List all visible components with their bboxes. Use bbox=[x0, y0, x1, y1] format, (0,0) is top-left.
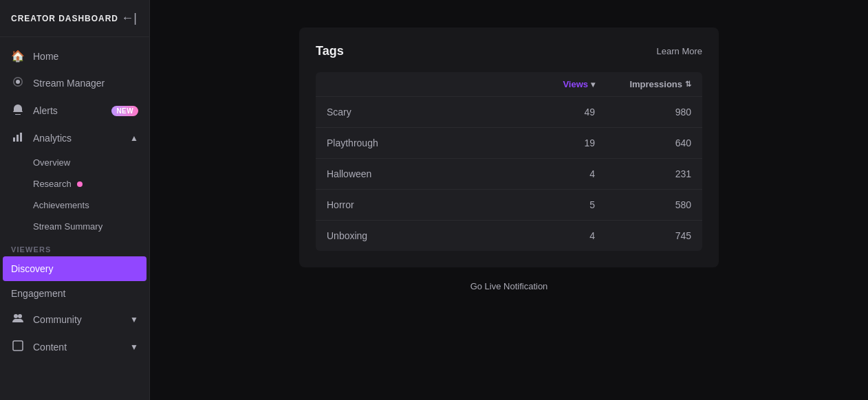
sidebar-item-content[interactable]: Content ▼ bbox=[0, 333, 149, 361]
table-header-row: Views Impressions bbox=[316, 72, 702, 97]
views-value: 4 bbox=[512, 168, 595, 179]
learn-more-link[interactable]: Learn More bbox=[657, 46, 702, 56]
engagement-label: Engagement bbox=[11, 288, 138, 299]
stream-manager-icon bbox=[11, 76, 25, 90]
svg-point-5 bbox=[18, 314, 22, 318]
sidebar-item-discovery[interactable]: Discovery bbox=[3, 256, 147, 281]
impressions-value: 980 bbox=[595, 107, 691, 118]
sidebar-item-home[interactable]: 🏠 Home bbox=[0, 43, 149, 69]
sidebar-item-engagement[interactable]: Engagement bbox=[0, 281, 149, 306]
impressions-value: 745 bbox=[595, 230, 691, 241]
content-label: Content bbox=[33, 342, 122, 353]
impressions-value: 640 bbox=[595, 137, 691, 148]
th-views[interactable]: Views bbox=[512, 79, 595, 89]
th-tag bbox=[327, 79, 512, 89]
svg-point-0 bbox=[16, 80, 20, 84]
tags-table: Views Impressions Scary 49 980 Playthrou… bbox=[316, 72, 702, 251]
research-dot bbox=[77, 181, 83, 187]
tag-name: Horror bbox=[327, 199, 512, 210]
tag-name: Scary bbox=[327, 107, 512, 118]
sidebar-nav: 🏠 Home Stream Manager Alerts NEW Analyti… bbox=[0, 37, 149, 400]
stream-summary-label: Stream Summary bbox=[33, 221, 102, 232]
sidebar-item-home-label: Home bbox=[33, 51, 138, 62]
bottom-text: Go Live Notification bbox=[470, 281, 548, 291]
main-content: Tags Learn More Views Impressions Scary … bbox=[150, 0, 868, 400]
svg-rect-6 bbox=[13, 341, 23, 351]
sidebar-item-stream-summary[interactable]: Stream Summary bbox=[0, 216, 149, 237]
sidebar-item-alerts[interactable]: Alerts NEW bbox=[0, 97, 149, 124]
table-row: Horror 5 580 bbox=[316, 190, 702, 221]
sidebar: CREATOR DASHBOARD ←| 🏠 Home Stream Manag… bbox=[0, 0, 150, 400]
alerts-icon bbox=[11, 104, 25, 118]
alerts-new-badge: NEW bbox=[111, 106, 138, 116]
sidebar-item-stream-manager-label: Stream Manager bbox=[33, 78, 138, 89]
tags-card: Tags Learn More Views Impressions Scary … bbox=[299, 27, 719, 267]
sidebar-item-stream-manager[interactable]: Stream Manager bbox=[0, 69, 149, 97]
sidebar-item-analytics[interactable]: Analytics ▲ bbox=[0, 124, 149, 152]
views-value: 5 bbox=[512, 199, 595, 210]
sidebar-item-analytics-label: Analytics bbox=[33, 133, 122, 144]
research-label: Research bbox=[33, 179, 72, 189]
sidebar-header: CREATOR DASHBOARD ←| bbox=[0, 0, 149, 37]
views-column-label: Views bbox=[563, 79, 588, 89]
analytics-sub-nav: Overview Research Achievements Stream Su… bbox=[0, 152, 149, 237]
impressions-sort-icon bbox=[685, 80, 691, 89]
community-label: Community bbox=[33, 314, 122, 325]
content-icon bbox=[11, 340, 25, 354]
sidebar-item-research[interactable]: Research bbox=[0, 173, 149, 195]
viewers-section-label: VIEWERS bbox=[0, 237, 149, 256]
sidebar-item-alerts-label: Alerts bbox=[33, 105, 103, 116]
th-impressions[interactable]: Impressions bbox=[595, 79, 691, 89]
svg-point-4 bbox=[14, 314, 18, 318]
collapse-icon: ←| bbox=[121, 11, 137, 25]
impressions-value: 580 bbox=[595, 199, 691, 210]
sidebar-item-achievements[interactable]: Achievements bbox=[0, 195, 149, 216]
community-icon bbox=[11, 313, 25, 326]
table-row: Playthrough 19 640 bbox=[316, 128, 702, 159]
overview-label: Overview bbox=[33, 157, 70, 168]
discovery-label: Discovery bbox=[11, 263, 138, 274]
table-row: Halloween 4 231 bbox=[316, 159, 702, 190]
content-arrow-icon: ▼ bbox=[130, 342, 138, 352]
analytics-icon bbox=[11, 131, 25, 145]
svg-rect-2 bbox=[17, 135, 19, 142]
tag-name: Unboxing bbox=[327, 230, 512, 241]
views-value: 4 bbox=[512, 230, 595, 241]
tag-name: Playthrough bbox=[327, 137, 512, 148]
table-row: Scary 49 980 bbox=[316, 97, 702, 128]
impressions-column-label: Impressions bbox=[629, 79, 682, 89]
impressions-value: 231 bbox=[595, 168, 691, 179]
community-arrow-icon: ▼ bbox=[130, 315, 138, 324]
sidebar-item-community[interactable]: Community ▼ bbox=[0, 306, 149, 333]
home-icon: 🏠 bbox=[11, 49, 25, 63]
achievements-label: Achievements bbox=[33, 200, 89, 210]
tag-name: Halloween bbox=[327, 168, 512, 179]
svg-rect-3 bbox=[20, 133, 22, 142]
svg-rect-1 bbox=[13, 137, 15, 142]
sidebar-item-overview[interactable]: Overview bbox=[0, 152, 149, 173]
bottom-bar: Go Live Notification bbox=[164, 281, 854, 298]
card-header: Tags Learn More bbox=[316, 44, 702, 58]
sidebar-title: CREATOR DASHBOARD bbox=[11, 14, 118, 23]
views-value: 19 bbox=[512, 137, 595, 148]
views-value: 49 bbox=[512, 107, 595, 118]
table-row: Unboxing 4 745 bbox=[316, 221, 702, 251]
card-title: Tags bbox=[316, 44, 344, 58]
sidebar-collapse-button[interactable]: ←| bbox=[120, 10, 138, 27]
analytics-arrow-icon: ▲ bbox=[130, 133, 138, 143]
